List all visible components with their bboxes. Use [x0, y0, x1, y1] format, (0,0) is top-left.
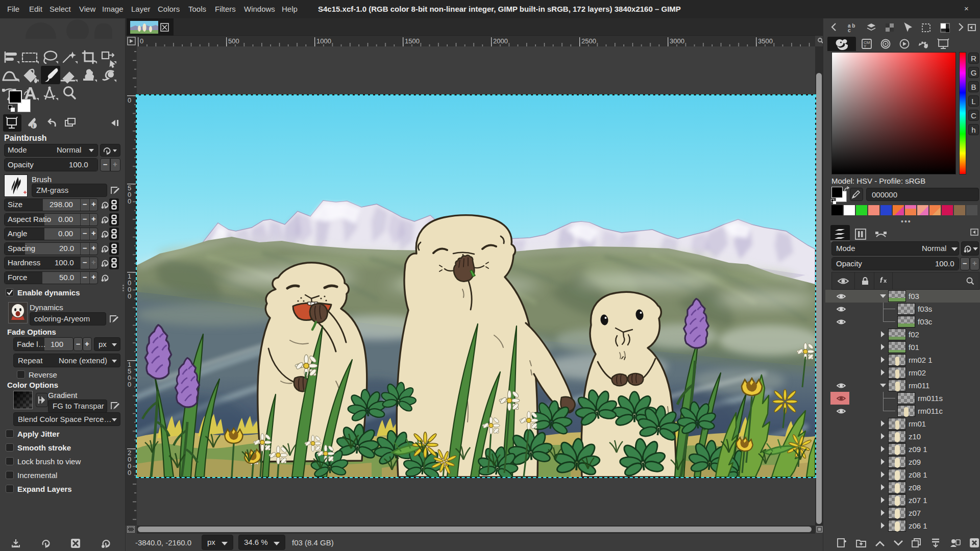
svg-text:3000: 3000: [670, 37, 684, 45]
svg-text:1000: 1000: [316, 37, 331, 45]
svg-text:0: 0: [128, 197, 131, 205]
svg-text:i: i: [33, 123, 34, 129]
svg-text:0: 0: [128, 292, 131, 300]
svg-text:1500: 1500: [405, 37, 420, 45]
svg-text:2500: 2500: [581, 37, 596, 45]
svg-text:500: 500: [228, 37, 239, 45]
svg-text:0: 0: [128, 96, 131, 104]
svg-text:0: 0: [128, 469, 131, 477]
svg-text:0: 0: [128, 381, 131, 388]
svg-text:c: c: [848, 28, 851, 33]
svg-text:3500: 3500: [758, 37, 773, 45]
svg-text:0: 0: [140, 37, 143, 45]
svg-text:Y: Y: [864, 44, 867, 48]
svg-text:2000: 2000: [493, 37, 508, 45]
